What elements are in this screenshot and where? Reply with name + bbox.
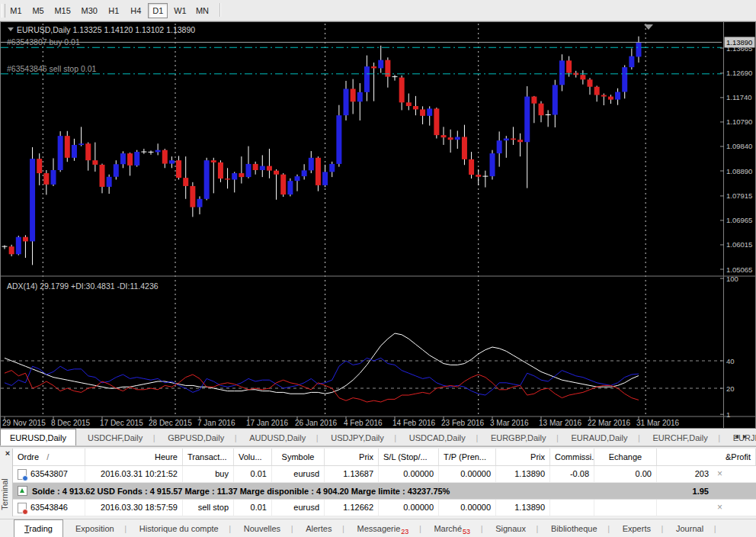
timeframe-button-d1[interactable]: D1 xyxy=(148,3,168,18)
column-header-sl[interactable]: S/L (Stop/... xyxy=(379,449,439,465)
symbol-tab-eurgbp[interactable]: EURGBP,Daily xyxy=(482,429,556,446)
timeframe-button-mn[interactable]: MN xyxy=(193,3,213,18)
price-tick-label: 1.12690 xyxy=(726,69,752,77)
price-tick-label: 1.05065 xyxy=(726,265,752,274)
terminal-tab-marche[interactable]: Marché53 xyxy=(424,520,480,537)
symbol-tab-euraud[interactable]: EURAUD,Daily xyxy=(562,429,636,446)
order-sl: 0.00000 xyxy=(379,500,439,516)
order-commission: -0.08 xyxy=(550,466,594,482)
date-tick-label: 4 Feb 2016 xyxy=(344,419,383,427)
marche-badge: 53 xyxy=(463,528,470,535)
symbol-tab-usdjpy[interactable]: USDJPY,Daily xyxy=(322,429,393,446)
tab-scroll-right-icon[interactable]: ▸ xyxy=(743,432,751,440)
tab-separator: | xyxy=(661,524,664,533)
column-header-transaction[interactable]: Transact... xyxy=(183,449,234,465)
terminal-tab-experts[interactable]: Experts xyxy=(613,520,661,537)
timeframe-button-h1[interactable]: H1 xyxy=(104,3,123,18)
terminal-tab-journal[interactable]: Journal xyxy=(666,520,713,537)
price-tick-label: 1.08890 xyxy=(726,167,752,175)
chart-canvas[interactable]: #63543807 buy 0.01#63543846 sell stop 0.… xyxy=(1,22,755,428)
terminal-tab-historique[interactable]: Historique du compte xyxy=(130,520,229,537)
date-tick-label: 17 Jan 2016 xyxy=(246,419,288,427)
price-tick-label: 1.10790 xyxy=(726,117,752,126)
terminal-tab-messagerie[interactable]: Messagerie23 xyxy=(347,520,418,537)
order-document-icon xyxy=(18,469,27,480)
terminal-tab-signaux[interactable]: Signaux xyxy=(485,520,536,537)
terminal-panel: × Terminal Ordre/ Heure Transact... Volu… xyxy=(0,446,756,537)
tab-separator: | xyxy=(315,433,319,442)
indicator-tick-label: 100 xyxy=(726,275,738,283)
timeframe-button-m1[interactable]: M1 xyxy=(6,3,26,18)
terminal-tab-trading[interactable]: Trading xyxy=(14,519,63,537)
symbol-tab-gbpusd[interactable]: GBPUSD,Daily xyxy=(159,429,233,446)
order-time: 2016.03.31 10:21:52 xyxy=(85,466,183,482)
tab-separator: | xyxy=(393,433,398,442)
column-header-prix-open[interactable]: Prix xyxy=(325,449,379,465)
column-header-symbole[interactable]: Symbole xyxy=(272,449,325,465)
terminal-tab-nouvelles[interactable]: Nouvelles xyxy=(234,520,290,537)
column-header-volume[interactable]: Volu... xyxy=(234,449,272,465)
order-row-sell-stop[interactable]: 63543846 2016.03.30 18:57:59 sell stop 0… xyxy=(13,500,756,516)
date-tick-label: 22 Mar 2016 xyxy=(588,419,631,427)
column-header-ordre[interactable]: Ordre/ xyxy=(13,449,85,465)
order-swap xyxy=(594,500,657,516)
column-header-commission[interactable]: Commissi... xyxy=(550,449,594,465)
toolbar-grip[interactable] xyxy=(2,4,5,18)
timeframe-button-m15[interactable]: M15 xyxy=(50,3,75,18)
tab-label: Messagerie xyxy=(357,524,400,533)
balance-row[interactable]: Solde : 4 913.62 USD Fonds : 4 915.57 Ma… xyxy=(13,483,756,500)
order-ticket-cell: 63543846 xyxy=(13,500,85,516)
tab-scroll-left-icon[interactable]: ◂ xyxy=(735,432,743,440)
timeframe-button-m5[interactable]: M5 xyxy=(28,3,48,18)
timeframe-button-w1[interactable]: W1 xyxy=(170,3,190,18)
tab-separator: | xyxy=(418,524,421,533)
order-close-icon[interactable]: × xyxy=(717,500,722,516)
order-close-icon[interactable]: × xyxy=(717,466,722,482)
orders-table-header: Ordre/ Heure Transact... Volu... Symbole… xyxy=(13,449,756,466)
terminal-tab-bibliotheque[interactable]: Bibliotheque xyxy=(541,520,607,537)
date-tick-label: 8 Dec 2015 xyxy=(51,419,91,427)
order-sl: 0.00000 xyxy=(379,466,439,482)
current-price-label: 1.13890 xyxy=(725,37,755,47)
tab-separator: | xyxy=(152,433,156,442)
date-tick-label: 13 Mar 2016 xyxy=(539,419,582,427)
chart-window[interactable]: #63543807 buy 0.01#63543846 sell stop 0.… xyxy=(0,21,756,429)
tab-separator: | xyxy=(480,524,483,533)
order-commission xyxy=(550,500,594,516)
tab-separator: | xyxy=(713,524,716,533)
terminal-tab-exposition[interactable]: Exposition xyxy=(66,520,124,537)
order-profit-cell: 203 × xyxy=(657,466,756,482)
column-header-prix-current[interactable]: Prix xyxy=(496,449,550,465)
price-tick-label: 1.11740 xyxy=(726,93,752,101)
terminal-side-label: Terminal xyxy=(0,468,9,521)
order-volume: 0.01 xyxy=(234,500,272,516)
timeframe-button-m30[interactable]: M30 xyxy=(77,3,101,18)
symbol-tab-audusd[interactable]: AUDUSD,Daily xyxy=(240,429,315,446)
tab-separator: | xyxy=(536,524,539,533)
tab-separator: | xyxy=(636,433,641,442)
symbol-tab-eurchf[interactable]: EURCHF,Daily xyxy=(644,429,717,446)
order-ticket: 63543846 xyxy=(30,500,68,516)
balance-arrow-icon xyxy=(18,486,27,496)
terminal-tab-alertes[interactable]: Alertes xyxy=(296,520,341,537)
indicator-tick-label: 20 xyxy=(726,384,735,393)
tab-separator: | xyxy=(607,524,610,533)
column-header-echange[interactable]: Echange xyxy=(594,449,657,465)
column-header-profit[interactable]: &Profit xyxy=(657,449,756,465)
tab-separator: | xyxy=(290,524,293,533)
symbol-tab-eurusd[interactable]: EURUSD,Daily xyxy=(0,429,76,445)
terminal-close-icon[interactable]: × xyxy=(3,449,12,458)
order-type: sell stop xyxy=(183,500,234,516)
order-current-price: 1.13890 xyxy=(496,466,550,482)
balance-profit: 1.95 xyxy=(693,487,709,496)
column-header-tp[interactable]: T/P (Pren... xyxy=(439,449,496,465)
symbol-tab-usdcad[interactable]: USDCAD,Daily xyxy=(400,429,475,446)
date-tick-label: 3 Mar 2016 xyxy=(490,419,529,427)
column-header-heure[interactable]: Heure xyxy=(85,449,183,465)
order-row-buy[interactable]: 63543807 2016.03.31 10:21:52 buy 0.01 eu… xyxy=(13,466,756,483)
current-price-text: 1.13890 xyxy=(726,38,752,47)
timeframe-button-h4[interactable]: H4 xyxy=(126,3,146,18)
indicator-label: ADX(14) 29.1799 +DI:30.4831 -DI:11.4236 xyxy=(7,281,159,291)
messagerie-badge: 23 xyxy=(401,528,408,535)
symbol-tab-usdchf[interactable]: USDCHF,Daily xyxy=(78,429,152,446)
